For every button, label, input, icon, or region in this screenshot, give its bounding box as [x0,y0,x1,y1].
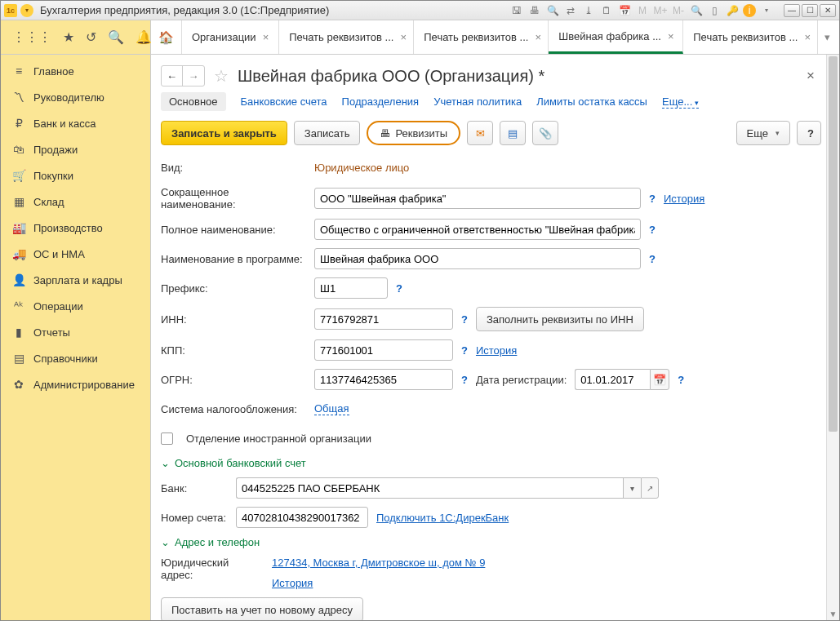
nav-purchases[interactable]: 🛒Покупки [1,162,150,189]
prog-name-input[interactable] [314,248,641,269]
nav-main[interactable]: ≡Главное [1,58,150,84]
inn-input[interactable] [314,308,453,330]
nav-reports[interactable]: ▮Отчеты [1,319,150,345]
export-icon[interactable]: ⤓ [581,3,596,18]
search-icon[interactable]: 🔍 [108,29,124,45]
zoom-icon[interactable]: 🔍 [689,3,704,18]
close-button[interactable]: ✕ [820,4,836,17]
panel-icon[interactable]: ▯ [707,3,722,18]
legal-addr-link[interactable]: 127434, Москва г, Дмитровское ш, дом № 9 [272,557,485,569]
reg-date-input[interactable] [575,369,650,390]
bank-section-toggle[interactable]: Основной банковский счет [161,457,821,469]
foreign-checkbox[interactable] [161,432,173,445]
back-button[interactable]: ← [162,66,183,86]
short-name-input[interactable] [314,188,641,209]
preview-icon[interactable]: 🔍 [545,3,560,18]
fill-by-inn-button[interactable]: Заполнить реквизиты по ИНН [476,307,644,331]
kpp-input[interactable] [314,339,453,361]
hint-icon[interactable]: ? [461,374,468,386]
hint-icon[interactable]: ? [649,193,656,205]
list-button[interactable]: ▤ [500,121,526,145]
favorites-icon[interactable]: ★ [63,29,74,45]
info-icon[interactable]: i [743,4,756,17]
stab-main[interactable]: Основное [161,92,226,111]
tab-close-icon[interactable]: × [804,31,811,43]
history-link[interactable]: История [664,193,704,205]
hint-icon[interactable]: ? [396,282,402,295]
tab-close-icon[interactable]: × [668,30,674,42]
nav-warehouse[interactable]: ▦Склад [1,189,150,215]
attach-button[interactable]: 📎 [532,121,558,145]
m-minus-icon[interactable]: M- [671,3,686,18]
home-tab[interactable]: 🏠 [151,20,182,54]
hint-icon[interactable]: ? [461,344,468,357]
history-link[interactable]: История [476,344,517,357]
bank-open-button[interactable]: ↗ [641,477,659,499]
addr-history-link[interactable]: История [272,577,313,589]
scroll-down-icon[interactable]: ▼ [827,607,839,620]
calendar-button[interactable]: 📅 [650,369,669,390]
nav-manager[interactable]: 〽Руководителю [1,84,150,110]
tabs-dropdown[interactable]: ▾ [818,20,836,54]
compare-icon[interactable]: ⇄ [563,3,578,18]
prefix-input[interactable] [314,277,388,299]
stab-policy[interactable]: Учетная политика [433,95,522,108]
bank-input[interactable] [236,477,623,499]
tab-close-icon[interactable]: × [535,31,541,43]
section-more-link[interactable]: Еще... [662,95,699,109]
hint-icon[interactable]: ? [461,313,468,326]
tab-print-1[interactable]: Печать реквизитов ...× [279,20,414,54]
nav-operations[interactable]: ᴬᵏОперации [1,293,150,319]
tab-close-icon[interactable]: × [263,31,269,43]
tab-print-2[interactable]: Печать реквизитов ...× [414,20,549,54]
titlebar-menu-button[interactable]: ▾ [20,4,33,17]
calc-icon[interactable]: 🗒 [599,3,614,18]
hint-icon[interactable]: ? [649,253,656,265]
tab-fabric[interactable]: Швейная фабрика ...× [549,20,683,54]
stab-divisions[interactable]: Подразделения [342,95,420,108]
bank-dropdown-button[interactable]: ▾ [623,477,641,499]
favorite-star-icon[interactable]: ☆ [211,66,231,86]
nav-bank[interactable]: ₽Банк и касса [1,110,150,136]
vertical-scrollbar[interactable]: ▲ ▼ [826,55,839,620]
key-icon[interactable]: 🔑 [725,3,740,18]
help-button[interactable]: ? [797,121,821,145]
print-icon[interactable]: 🖶 [527,3,542,18]
minimize-button[interactable]: — [784,4,800,17]
mail-button[interactable]: ✉ [467,121,493,145]
scroll-thumb[interactable] [829,56,838,432]
full-name-input[interactable] [314,219,641,240]
close-page-button[interactable]: × [800,64,821,87]
tab-print-3[interactable]: Печать реквизитов ...× [683,20,818,54]
save-button[interactable]: Записать [294,121,361,145]
tab-close-icon[interactable]: × [400,31,407,43]
save-icon[interactable]: 🖫 [509,3,524,18]
direct-bank-link[interactable]: Подключить 1С:ДирекБанк [376,512,509,524]
nav-reference[interactable]: ▤Справочники [1,345,150,371]
save-close-button[interactable]: Записать и закрыть [161,121,287,145]
nav-production[interactable]: 🏭Производство [1,215,150,241]
more-button[interactable]: Еще [736,121,790,145]
stab-limits[interactable]: Лимиты остатка кассы [536,95,647,108]
nav-salary[interactable]: 👤Зарплата и кадры [1,267,150,293]
calendar-icon[interactable]: 📅 [617,3,632,18]
stab-bank[interactable]: Банковские счета [241,95,327,108]
new-address-button[interactable]: Поставить на учет по новому адресу [161,597,363,620]
forward-button[interactable]: → [183,66,204,86]
nav-sales[interactable]: 🛍Продажи [1,136,150,162]
m-icon[interactable]: M [635,3,650,18]
maximize-button[interactable]: ☐ [802,4,818,17]
m-plus-icon[interactable]: M+ [653,3,668,18]
tab-organizations[interactable]: Организации× [182,20,279,54]
requisites-button[interactable]: 🖶Реквизиты [367,121,460,145]
history-icon[interactable]: ↺ [86,29,96,45]
info-dropdown-icon[interactable]: ▾ [759,3,774,18]
nav-admin[interactable]: ✿Администрирование [1,371,150,397]
ogrn-input[interactable] [314,369,453,390]
bell-icon[interactable]: 🔔 [136,29,152,45]
hint-icon[interactable]: ? [678,374,684,386]
tax-link[interactable]: Общая [314,402,349,415]
address-section-toggle[interactable]: Адрес и телефон [161,536,821,548]
apps-icon[interactable]: ⋮⋮⋮ [12,29,51,45]
nav-assets[interactable]: 🚚ОС и НМА [1,241,150,267]
